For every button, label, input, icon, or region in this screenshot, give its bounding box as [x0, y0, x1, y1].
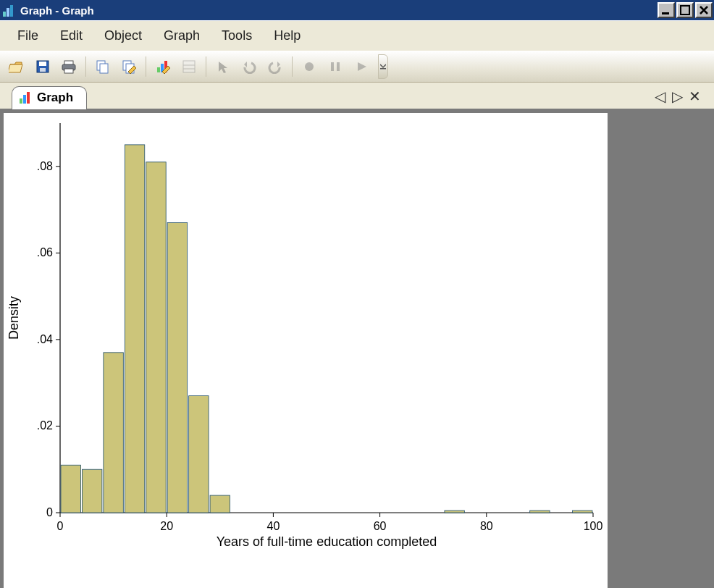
tab-graph[interactable]: Graph: [12, 86, 87, 109]
x-axis-label: Years of full-time education completed: [217, 534, 437, 549]
separator: [292, 56, 293, 77]
undo-button[interactable]: [237, 54, 261, 79]
pause-button[interactable]: [323, 54, 348, 79]
maximize-button[interactable]: [676, 2, 694, 18]
svg-rect-3: [39, 62, 46, 66]
graph-icon: [20, 92, 33, 104]
save-icon: [35, 59, 50, 74]
bar: [61, 465, 80, 513]
redo-button[interactable]: [263, 54, 287, 79]
separator: [85, 56, 86, 77]
toolbar-overflow[interactable]: [378, 54, 388, 79]
bar: [530, 511, 550, 513]
pointer-icon: [216, 59, 230, 74]
svg-rect-9: [100, 64, 108, 73]
x-tick-label: 60: [374, 520, 387, 532]
rename-button[interactable]: [117, 54, 141, 79]
print-button[interactable]: [56, 54, 81, 79]
plot-area[interactable]: 0.02.04.06.08020406080100Years of full-t…: [3, 112, 608, 588]
svg-rect-12: [157, 67, 160, 72]
bar: [210, 495, 230, 513]
bar: [445, 511, 464, 513]
svg-point-18: [305, 62, 314, 71]
print-icon: [61, 59, 77, 74]
record-button[interactable]: [297, 54, 322, 79]
tab-next-button[interactable]: ▷: [671, 90, 684, 103]
tab-close-button[interactable]: ✕: [688, 90, 701, 103]
x-tick-label: 100: [584, 520, 603, 532]
tabstrip: Graph ◁ ▷ ✕: [0, 83, 714, 109]
bar: [82, 469, 101, 513]
copy-icon: [95, 59, 111, 75]
svg-rect-15: [183, 61, 195, 72]
bar: [189, 396, 209, 513]
bar: [146, 162, 166, 513]
undo-icon: [241, 59, 257, 74]
edit-graph-button[interactable]: [151, 54, 175, 79]
app-icon: [3, 4, 16, 17]
chevron-down-icon: [380, 63, 386, 70]
svg-rect-20: [337, 62, 340, 71]
copy-button[interactable]: [91, 54, 115, 79]
window-title: Graph - Graph: [20, 4, 94, 17]
minimize-button[interactable]: [658, 2, 675, 18]
tab-prev-button[interactable]: ◁: [653, 90, 666, 103]
close-button[interactable]: [695, 2, 713, 18]
rename-icon: [121, 59, 137, 75]
titlebar: Graph - Graph: [0, 0, 714, 20]
menu-file[interactable]: File: [7, 25, 49, 46]
bar: [573, 511, 592, 513]
open-button[interactable]: [4, 54, 29, 79]
menu-edit[interactable]: Edit: [50, 25, 93, 46]
separator: [206, 56, 206, 77]
properties-icon: [182, 59, 196, 74]
pointer-button[interactable]: [211, 54, 235, 79]
svg-rect-0: [662, 12, 669, 14]
y-tick-label: .06: [37, 246, 53, 259]
open-icon: [9, 59, 25, 74]
tab-label: Graph: [37, 91, 73, 105]
x-tick-label: 80: [480, 520, 493, 532]
bar: [104, 353, 123, 513]
svg-rect-7: [64, 69, 73, 73]
y-tick-label: .08: [37, 160, 53, 172]
pause-icon: [329, 60, 342, 73]
x-tick-label: 20: [160, 520, 173, 532]
toolbar: [0, 51, 714, 83]
y-axis-label: Density: [7, 296, 21, 340]
redo-icon: [267, 59, 283, 74]
svg-rect-1: [681, 6, 689, 14]
separator: [146, 56, 146, 77]
play-button[interactable]: [349, 54, 374, 79]
bar: [125, 145, 144, 513]
save-button[interactable]: [30, 54, 55, 79]
y-tick-label: .02: [37, 419, 53, 432]
edit-graph-icon: [155, 59, 171, 75]
menubar: File Edit Object Graph Tools Help: [0, 20, 714, 51]
y-tick-label: 0: [46, 506, 53, 518]
menu-object[interactable]: Object: [94, 25, 152, 46]
menu-graph[interactable]: Graph: [154, 25, 210, 46]
play-icon: [355, 60, 368, 73]
record-icon: [303, 60, 316, 73]
properties-button[interactable]: [177, 54, 201, 79]
svg-rect-19: [331, 62, 334, 71]
svg-rect-21: [380, 68, 386, 70]
menu-tools[interactable]: Tools: [211, 25, 262, 46]
x-tick-label: 0: [57, 520, 64, 532]
menu-help[interactable]: Help: [264, 25, 311, 46]
client-area: 0.02.04.06.08020406080100Years of full-t…: [0, 109, 714, 588]
bar: [167, 222, 187, 513]
svg-rect-4: [40, 68, 46, 72]
x-tick-label: 40: [267, 520, 280, 532]
y-tick-label: .04: [37, 333, 53, 345]
